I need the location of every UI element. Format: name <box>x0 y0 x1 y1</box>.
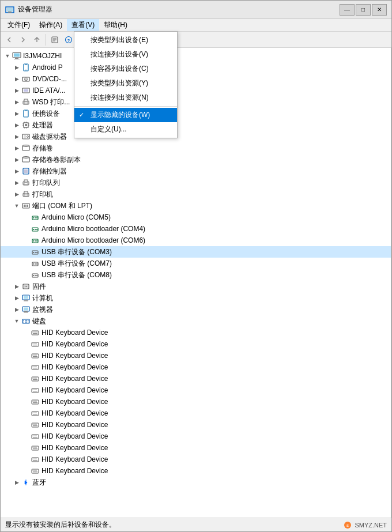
svg-rect-130 <box>36 378 37 379</box>
help-button[interactable]: ? <box>62 33 75 46</box>
bluetooth-expander[interactable]: ▶ <box>12 478 21 487</box>
tree-item-printer[interactable]: ▶ 打印机 <box>1 188 391 200</box>
device-tree[interactable]: ▼ I3JM4OJZHI ▶ <box>1 48 391 518</box>
svg-rect-154 <box>36 424 37 425</box>
firmware-expander[interactable]: ▶ <box>12 282 21 291</box>
svg-rect-142 <box>36 401 37 402</box>
tree-item-hid2[interactable]: HID Keyboard Device <box>1 338 391 350</box>
close-button[interactable]: ✕ <box>372 4 387 16</box>
tree-item-storagecontrol[interactable]: ▶ 存储控制器 <box>1 165 391 177</box>
computer-expander[interactable]: ▶ <box>12 293 21 303</box>
tree-item-hid9[interactable]: HID Keyboard Device <box>1 419 391 431</box>
menu-file[interactable]: 文件(F) <box>3 19 35 31</box>
tree-item-arduino2[interactable]: Arduino Micro bootloader (COM4) <box>1 223 391 235</box>
dropdown-item-customize[interactable]: 自定义(U)... <box>74 122 177 137</box>
keyboard-expander[interactable]: ▼ <box>12 316 21 326</box>
svg-rect-104 <box>35 332 36 333</box>
svg-rect-87 <box>24 300 28 301</box>
tree-item-hid8[interactable]: HID Keyboard Device <box>1 408 391 419</box>
tree-item-hid4[interactable]: HID Keyboard Device <box>1 361 391 373</box>
tree-item-storage[interactable]: ▶ 存储卷 <box>1 142 391 154</box>
diskdrive-expander[interactable]: ▶ <box>12 132 21 141</box>
tree-item-hid10[interactable]: HID Keyboard Device <box>1 431 391 442</box>
dvd-expander[interactable]: ▶ <box>12 74 21 84</box>
up-button[interactable] <box>31 33 43 46</box>
ide-label: IDE ATA/... <box>32 86 66 95</box>
tree-item-diskdrive[interactable]: ▶ 磁盘驱动器 <box>1 131 391 142</box>
menu-help[interactable]: 帮助(H) <box>99 19 132 31</box>
menu-bar: 文件(F) 操作(A) 查看(V) 帮助(H) <box>1 19 391 32</box>
storagecopy-expander[interactable]: ▶ <box>12 155 21 164</box>
tree-item-wsd[interactable]: ▶ WSD 打印... <box>1 96 391 108</box>
svg-point-63 <box>35 229 36 230</box>
wsd-label: WSD 打印... <box>32 97 70 107</box>
hid6-label: HID Keyboard Device <box>42 386 108 394</box>
tree-item-bluetooth[interactable]: ▶ 蓝牙 <box>1 477 391 488</box>
tree-item-keyboard[interactable]: ▼ 键盘 <box>1 315 391 327</box>
storage-expander[interactable]: ▶ <box>12 144 21 153</box>
svg-rect-100 <box>28 322 29 323</box>
monitor-expander[interactable]: ▶ <box>12 305 21 314</box>
root-expander[interactable]: ▼ <box>3 51 12 61</box>
menu-view[interactable]: 查看(V) <box>67 19 99 31</box>
svg-rect-131 <box>33 379 37 380</box>
tree-item-processor[interactable]: ▶ 处理器 <box>1 119 391 131</box>
tree-item-usb8[interactable]: USB 串行设备 (COM8) <box>1 269 391 281</box>
dropdown-item-showhidden[interactable]: ✓ 显示隐藏的设备(W) <box>74 108 177 122</box>
properties-button[interactable] <box>48 33 61 46</box>
tree-item-portable[interactable]: ▶ 便携设备 <box>1 108 391 119</box>
svg-rect-155 <box>33 425 37 426</box>
wsd-expander[interactable]: ▶ <box>12 97 21 107</box>
tree-root[interactable]: ▼ I3JM4OJZHI <box>1 50 391 62</box>
tree-item-hid11[interactable]: HID Keyboard Device <box>1 442 391 454</box>
tree-item-computer[interactable]: ▶ 计算机 <box>1 292 391 304</box>
tree-item-hid6[interactable]: HID Keyboard Device <box>1 384 391 396</box>
tree-item-android[interactable]: ▶ Android P <box>1 62 391 73</box>
dropdown-item-byconnectionresource[interactable]: 按连接列出资源(N) <box>74 90 177 105</box>
dropdown-separator <box>74 106 177 107</box>
portable-expander[interactable]: ▶ <box>12 109 21 118</box>
hid11-label: HID Keyboard Device <box>42 444 108 452</box>
printqueue-expander[interactable]: ▶ <box>12 178 21 187</box>
tree-item-printqueue[interactable]: ▶ 打印队列 <box>1 177 391 188</box>
hid12-label: HID Keyboard Device <box>42 455 108 463</box>
maximize-button[interactable]: □ <box>356 4 371 16</box>
back-button[interactable] <box>3 33 16 46</box>
tree-item-arduino3[interactable]: Arduino Micro bootloader (COM6) <box>1 235 391 246</box>
tree-item-hid5[interactable]: HID Keyboard Device <box>1 373 391 384</box>
dropdown-item-bycontainer[interactable]: 按容器列出设备(C) <box>74 62 177 76</box>
processor-expander[interactable]: ▶ <box>12 120 21 130</box>
tree-item-ide[interactable]: ▶ IDE ATA/... <box>1 85 391 96</box>
tree-item-hid3[interactable]: HID Keyboard Device <box>1 350 391 361</box>
tree-item-usb7[interactable]: USB 串行设备 (COM7) <box>1 258 391 269</box>
tree-item-firmware[interactable]: ▶ 固件 <box>1 281 391 292</box>
svg-point-68 <box>36 240 37 242</box>
tree-item-hid13[interactable]: HID Keyboard Device <box>1 465 391 477</box>
svg-rect-114 <box>32 354 39 358</box>
tree-item-arduino1[interactable]: Arduino Micro (COM5) <box>1 212 391 223</box>
tree-item-hid1[interactable]: HID Keyboard Device <box>1 327 391 338</box>
svg-rect-98 <box>24 322 25 323</box>
tree-item-dvd[interactable]: ▶ DVD/CD-... <box>1 73 391 85</box>
android-expander[interactable]: ▶ <box>12 63 21 72</box>
usb3-label: USB 串行设备 (COM3) <box>42 247 112 257</box>
forward-button[interactable] <box>17 33 29 46</box>
storagecontrol-expander[interactable]: ▶ <box>12 167 21 176</box>
menu-action[interactable]: 操作(A) <box>35 19 67 31</box>
printer-expander[interactable]: ▶ <box>12 190 21 199</box>
minimize-button[interactable]: — <box>340 4 355 16</box>
dropdown-item-byconnection[interactable]: 按连接列出设备(V) <box>74 48 177 62</box>
dropdown-item-bytyperesource[interactable]: 按类型列出资源(Y) <box>74 76 177 90</box>
svg-rect-153 <box>35 424 36 425</box>
tree-item-usb3[interactable]: USB 串行设备 (COM3) <box>1 246 391 258</box>
tree-item-hid7[interactable]: HID Keyboard Device <box>1 396 391 408</box>
tree-item-hid12[interactable]: HID Keyboard Device <box>1 454 391 465</box>
svg-rect-97 <box>28 320 29 322</box>
ide-expander[interactable]: ▶ <box>12 86 21 95</box>
svg-rect-128 <box>34 378 35 379</box>
tree-item-monitor[interactable]: ▶ 监视器 <box>1 304 391 315</box>
tree-item-storagecopy[interactable]: ▶ 存储卷卷影副本 <box>1 154 391 165</box>
tree-item-ports[interactable]: ▼ 端口 (COM 和 LPT) <box>1 200 391 212</box>
ports-expander[interactable]: ▼ <box>12 201 21 210</box>
svg-rect-170 <box>34 459 35 459</box>
